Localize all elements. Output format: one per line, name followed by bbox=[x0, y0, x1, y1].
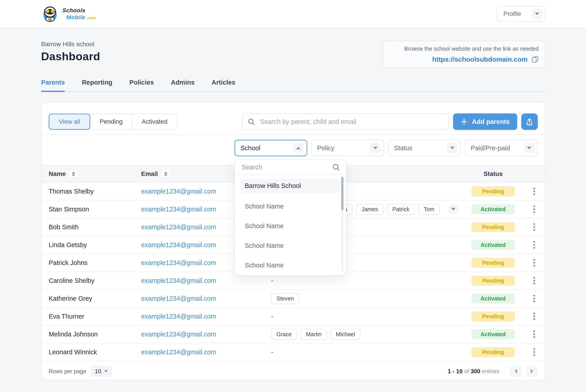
parent-email-link[interactable]: example1234@gmail.com bbox=[141, 206, 216, 213]
tab-parents[interactable]: Parents bbox=[41, 79, 65, 91]
status-cell: Pending bbox=[466, 347, 520, 357]
tab-articles[interactable]: Articles bbox=[212, 79, 235, 91]
top-bar: Schools Mobile.com Profile bbox=[0, 0, 586, 28]
main-content: Barrow Hills school Dashboard Browse the… bbox=[0, 41, 586, 380]
parent-name: Caroline Shelby bbox=[49, 277, 141, 284]
parent-email-link[interactable]: example1234@gmail.com bbox=[141, 295, 216, 302]
sort-icon-name[interactable] bbox=[70, 170, 77, 178]
table-footer: Rows per page 10 1 - 10 of 300 entries bbox=[42, 361, 545, 381]
segment-pending[interactable]: Pending bbox=[90, 114, 132, 130]
search-input[interactable] bbox=[259, 118, 443, 126]
rows-per-page-value: 10 bbox=[95, 368, 101, 375]
table-row: Melinda Johnsonexample1234@gmail.comGrac… bbox=[42, 326, 545, 343]
toolbar: View allPendingActivated bbox=[42, 103, 545, 130]
school-name: Barrow Hills school bbox=[41, 41, 100, 48]
parent-name: Bob Smith bbox=[49, 224, 141, 231]
filter-label: School bbox=[241, 144, 260, 152]
filter-label: Paid/Pre-paid bbox=[471, 144, 510, 152]
no-children-placeholder: - bbox=[271, 313, 273, 320]
row-menu-button[interactable] bbox=[531, 328, 538, 340]
no-children-placeholder: - bbox=[271, 277, 273, 284]
dropdown-search-input[interactable] bbox=[241, 163, 332, 172]
add-parents-button[interactable]: Add parents bbox=[453, 114, 517, 130]
tab-policies[interactable]: Policies bbox=[129, 79, 154, 91]
school-option[interactable]: School Name bbox=[240, 220, 340, 231]
child-chip[interactable]: Martin bbox=[301, 329, 327, 340]
dropdown-search-box bbox=[235, 160, 346, 175]
tab-admins[interactable]: Admins bbox=[171, 79, 195, 91]
parent-name: Melinda Johnson bbox=[49, 330, 141, 338]
status-badge: Activated bbox=[471, 204, 515, 214]
parent-email-link[interactable]: example1234@gmail.com bbox=[141, 241, 216, 248]
child-chip[interactable]: Tom bbox=[418, 204, 439, 215]
profile-dropdown[interactable]: Profile bbox=[497, 6, 545, 22]
segment-activated[interactable]: Activated bbox=[132, 114, 177, 130]
child-chip[interactable]: Michael bbox=[331, 329, 360, 340]
scrollbar-thumb[interactable] bbox=[341, 177, 343, 210]
page-heading: Barrow Hills school Dashboard bbox=[41, 41, 100, 63]
child-chip[interactable]: Grace bbox=[271, 329, 297, 340]
parent-name: Thomas Shelby bbox=[49, 188, 141, 195]
profile-label: Profile bbox=[503, 10, 521, 18]
child-chip[interactable]: James bbox=[356, 204, 383, 215]
row-menu-button[interactable] bbox=[531, 239, 538, 251]
column-header-name: Name bbox=[49, 170, 66, 178]
row-menu-button[interactable] bbox=[531, 203, 538, 215]
row-menu-button[interactable] bbox=[531, 346, 538, 358]
school-option[interactable]: School Name bbox=[240, 201, 340, 212]
parent-email-link[interactable]: example1234@gmail.com bbox=[141, 313, 216, 320]
copy-icon[interactable] bbox=[531, 56, 539, 63]
status-cell: Activated bbox=[466, 294, 520, 304]
parent-email-cell: example1234@gmail.com bbox=[141, 277, 271, 284]
expand-children-button[interactable] bbox=[448, 204, 458, 214]
parent-name: Katherine Grey bbox=[49, 295, 141, 302]
school-subdomain-link[interactable]: https://schoolsubdomain.com bbox=[432, 56, 527, 63]
app: Schools Mobile.com Profile Barrow Hills … bbox=[0, 0, 586, 392]
children-cell: - bbox=[271, 313, 466, 320]
column-header-email: Email bbox=[141, 170, 158, 178]
sort-icon-email[interactable] bbox=[162, 170, 170, 178]
previous-page-button[interactable] bbox=[510, 366, 522, 377]
filter-paid-pre-paid[interactable]: Paid/Pre-paid bbox=[465, 140, 538, 156]
row-menu-button[interactable] bbox=[531, 275, 538, 286]
row-menu-button[interactable] bbox=[531, 293, 538, 304]
school-option[interactable]: School Name bbox=[240, 240, 340, 251]
next-page-button[interactable] bbox=[526, 366, 538, 377]
entries-summary: 1 - 10 of 300 entries bbox=[448, 368, 499, 375]
parent-email-cell: example1234@gmail.com bbox=[141, 295, 271, 302]
page-title: Dashboard bbox=[41, 50, 100, 63]
brand-wordmark: Schools Mobile.com bbox=[62, 8, 96, 20]
row-menu-button[interactable] bbox=[531, 310, 538, 322]
entries-range: 1 - 10 bbox=[448, 368, 463, 374]
tab-reporting[interactable]: Reporting bbox=[82, 79, 112, 91]
parent-email-link[interactable]: example1234@gmail.com bbox=[141, 259, 216, 266]
owl-mascot-icon bbox=[41, 5, 59, 23]
status-cell: Pending bbox=[466, 312, 520, 322]
parent-email-link[interactable]: example1234@gmail.com bbox=[141, 330, 216, 338]
school-option[interactable]: School Name bbox=[240, 260, 340, 270]
row-menu-button[interactable] bbox=[531, 186, 538, 197]
rows-per-page-select[interactable]: 10 bbox=[91, 366, 112, 377]
parent-name: Patrick Johns bbox=[49, 259, 141, 266]
school-filter-dropdown-panel: Barrow Hills SchoolSchool NameSchool Nam… bbox=[235, 160, 346, 276]
segment-view-all[interactable]: View all bbox=[49, 114, 90, 130]
search-box bbox=[242, 114, 449, 130]
row-menu-button[interactable] bbox=[531, 257, 538, 268]
parent-email-link[interactable]: example1234@gmail.com bbox=[141, 224, 216, 230]
child-chip[interactable]: Patrick bbox=[387, 204, 415, 215]
filter-status[interactable]: Status bbox=[388, 140, 461, 156]
filter-school[interactable]: School bbox=[235, 140, 307, 156]
parent-email-link[interactable]: example1234@gmail.com bbox=[141, 348, 216, 356]
brand-line2: Mobile bbox=[66, 14, 86, 20]
parent-email-cell: example1234@gmail.com bbox=[141, 330, 271, 338]
upload-button[interactable] bbox=[521, 114, 538, 130]
parent-email-link[interactable]: example1234@gmail.com bbox=[141, 277, 216, 284]
entries-total: 300 bbox=[470, 368, 480, 374]
brand-suffix: .com bbox=[86, 16, 96, 20]
status-cell: Activated bbox=[466, 204, 520, 214]
row-menu-button[interactable] bbox=[531, 221, 538, 233]
child-chip[interactable]: Steven bbox=[271, 293, 299, 304]
filter-policy[interactable]: Policy bbox=[311, 140, 384, 156]
parent-email-link[interactable]: example1234@gmail.com bbox=[141, 188, 216, 195]
school-option[interactable]: Barrow Hills School bbox=[240, 178, 340, 193]
